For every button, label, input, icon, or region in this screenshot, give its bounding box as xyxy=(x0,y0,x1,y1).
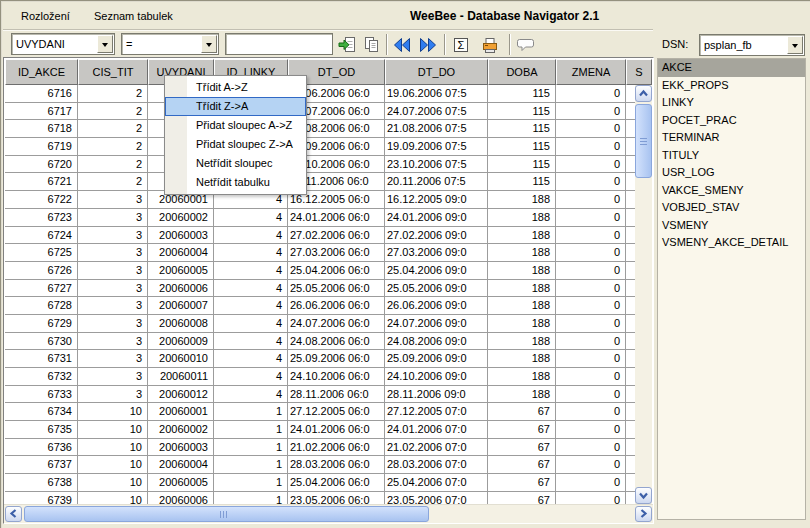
context-menu-item[interactable]: Třídit Z->A xyxy=(165,97,306,116)
table-cell: 6739 xyxy=(5,492,78,504)
dropdown-button[interactable] xyxy=(97,35,113,53)
table-row[interactable]: 6728320060007426.06.2006 06:026.06.2006 … xyxy=(5,297,652,315)
table-cell: 6723 xyxy=(5,209,78,227)
table-list-item[interactable]: POCET_PRAC xyxy=(658,112,805,130)
table-row[interactable]: 6722320060001416.12.2005 06:016.12.2005 … xyxy=(5,191,652,209)
table-row[interactable]: 6730320060009424.08.2006 06:024.08.2006 … xyxy=(5,333,652,351)
comment-button[interactable] xyxy=(513,33,538,56)
table-cell: 4 xyxy=(214,386,288,404)
table-cell: 115 xyxy=(488,103,556,121)
scroll-up-button[interactable] xyxy=(635,85,652,102)
table-row[interactable]: 6723320060002424.01.2006 06:024.01.2006 … xyxy=(5,209,652,227)
table-row[interactable]: 67361020060003121.02.2006 06:021.02.2006… xyxy=(5,439,652,457)
table-row[interactable]: 6724320060003427.02.2006 06:027.02.2006 … xyxy=(5,227,652,245)
dropdown-button[interactable] xyxy=(201,35,217,53)
context-menu-item[interactable]: Netřídit sloupec xyxy=(165,154,306,173)
copy-button[interactable] xyxy=(359,33,384,56)
table-cell: 0 xyxy=(556,138,626,156)
table-row[interactable]: 6733320060012428.11.2006 06:028.11.2006 … xyxy=(5,386,652,404)
filter-value-input[interactable] xyxy=(225,33,333,55)
dsn-select[interactable]: psplan_fb xyxy=(699,34,805,56)
context-menu-item[interactable]: Netřídit tabulku xyxy=(165,173,306,192)
sum-button[interactable]: Σ xyxy=(448,33,473,56)
table-cell: 1 xyxy=(214,492,288,504)
table-list-item[interactable]: USR_LOG xyxy=(658,164,805,182)
table-list-item[interactable]: EKK_PROPS xyxy=(658,77,805,95)
context-menu-item[interactable]: Přidat sloupec Z->A xyxy=(165,135,306,154)
horizontal-scrollbar[interactable] xyxy=(4,504,653,523)
filter-column-select[interactable]: UVYDANI xyxy=(11,33,115,55)
table-cell: 6736 xyxy=(5,439,78,457)
column-header-S[interactable]: S xyxy=(626,59,652,85)
table-list-item[interactable]: VSMENY xyxy=(658,217,805,235)
table-row[interactable]: 67371020060004128.03.2006 06:028.03.2006… xyxy=(5,456,652,474)
table-row[interactable]: 67341020060001127.12.2005 06:027.12.2005… xyxy=(5,403,652,421)
column-header-ZMENA[interactable]: ZMENA xyxy=(556,59,626,85)
table-list-item[interactable]: VSMENY_AKCE_DETAIL xyxy=(658,234,805,252)
table-row[interactable]: 6727320060006425.05.2006 06:025.05.2006 … xyxy=(5,280,652,298)
column-header-DT_DO[interactable]: DT_DO xyxy=(385,59,488,85)
vertical-scrollbar[interactable] xyxy=(635,85,652,504)
table-row[interactable]: 6732320060011424.10.2006 06:024.10.2006 … xyxy=(5,368,652,386)
table-cell: 0 xyxy=(556,227,626,245)
table-row[interactable]: 6729320060008424.07.2006 06:024.07.2006 … xyxy=(5,315,652,333)
nav-first-icon xyxy=(393,36,411,54)
dropdown-button[interactable] xyxy=(787,36,803,54)
table-row[interactable]: 67391020060006123.05.2006 06:023.05.2006… xyxy=(5,492,652,504)
table-row[interactable]: 6718221.08.2006 06:021.08.2006 07:51150 xyxy=(5,120,652,138)
menu-rozlozeni[interactable]: Rozložení xyxy=(9,5,82,27)
scroll-left-button[interactable] xyxy=(5,506,22,522)
vertical-scroll-thumb[interactable] xyxy=(635,104,652,178)
table-list-item[interactable]: TITULY xyxy=(658,147,805,165)
table-cell: 1 xyxy=(214,439,288,457)
table-cell: 188 xyxy=(488,191,556,209)
table-row[interactable]: 67351020060002124.01.2006 06:024.01.2006… xyxy=(5,421,652,439)
table-list-item[interactable]: AKCE xyxy=(658,59,805,77)
table-cell: 4 xyxy=(214,280,288,298)
horizontal-scroll-thumb[interactable] xyxy=(24,506,429,522)
scroll-right-button[interactable] xyxy=(635,506,652,522)
table-cell: 0 xyxy=(556,120,626,138)
table-cell: 23.05.2006 07:0 xyxy=(385,492,488,504)
table-row[interactable]: 6721220.11.2006 06:020.11.2006 07:51150 xyxy=(5,173,652,191)
table-row[interactable]: 6719219.09.2006 06:019.09.2006 07:51150 xyxy=(5,138,652,156)
table-cell: 27.12.2005 07:0 xyxy=(385,403,488,421)
table-cell: 2 xyxy=(78,156,148,174)
table-cell: 67 xyxy=(488,403,556,421)
context-menu-item[interactable]: Přidat sloupec A->Z xyxy=(165,116,306,135)
scroll-down-button[interactable] xyxy=(635,487,652,504)
table-list-item[interactable]: LINKY xyxy=(658,94,805,112)
table-cell: 6719 xyxy=(5,138,78,156)
table-cell: 24.10.2006 09:0 xyxy=(385,368,488,386)
column-header-DOBA[interactable]: DOBA xyxy=(488,59,556,85)
apply-filter-button[interactable] xyxy=(334,33,359,56)
column-header-ID_AKCE[interactable]: ID_AKCE xyxy=(5,59,78,85)
table-cell: 0 xyxy=(556,315,626,333)
table-row[interactable]: 67381020060005125.04.2006 06:025.04.2006… xyxy=(5,474,652,492)
table-list-item[interactable]: VAKCE_SMENY xyxy=(658,182,805,200)
table-row[interactable]: 6725320060004427.03.2006 06:027.03.2006 … xyxy=(5,244,652,262)
table-cell: 10 xyxy=(78,474,148,492)
table-row[interactable]: 6720223.10.2006 06:023.10.2006 07:51150 xyxy=(5,156,652,174)
table-row[interactable]: 6731320060010425.09.2006 06:025.09.2006 … xyxy=(5,350,652,368)
table-cell: 188 xyxy=(488,297,556,315)
table-row[interactable]: 6716219.06.2006 06:019.06.2006 07:51150 xyxy=(5,85,652,103)
table-cell: 6732 xyxy=(5,368,78,386)
context-menu-item[interactable]: Třídit A->Z xyxy=(165,78,306,97)
table-row[interactable]: 6717224.07.2006 06:024.07.2006 07:51150 xyxy=(5,103,652,121)
table-list-item[interactable]: TERMINAR xyxy=(658,129,805,147)
column-header-CIS_TIT[interactable]: CIS_TIT xyxy=(78,59,148,85)
filter-operator-select[interactable]: = xyxy=(121,33,219,55)
table-row[interactable]: 6726320060005425.04.2006 06:025.04.2006 … xyxy=(5,262,652,280)
table-cell: 6727 xyxy=(5,280,78,298)
table-cell: 27.02.2006 06:0 xyxy=(288,227,385,245)
menu-seznam-tabulek[interactable]: Seznam tabulek xyxy=(82,5,185,27)
table-cell: 6731 xyxy=(5,350,78,368)
table-list-item[interactable]: VOBJED_STAV xyxy=(658,199,805,217)
last-record-button[interactable] xyxy=(415,33,440,56)
table-cell: 67 xyxy=(488,421,556,439)
table-cell: 67 xyxy=(488,439,556,457)
first-record-button[interactable] xyxy=(389,33,414,56)
print-button[interactable] xyxy=(477,33,502,56)
table-cell: 20060001 xyxy=(148,403,214,421)
